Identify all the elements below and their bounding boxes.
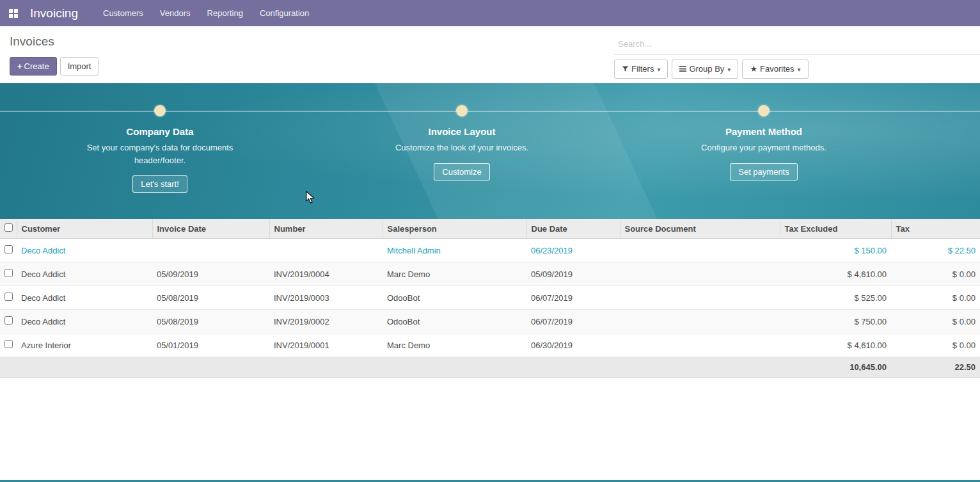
cell-source-document[interactable]: [620, 286, 780, 310]
cell-source-document[interactable]: [620, 333, 780, 357]
cell-due-date[interactable]: 06/07/2019: [526, 310, 620, 333]
cell-number[interactable]: INV/2019/0003: [269, 286, 383, 310]
totals-empty-cell: [0, 357, 17, 378]
column-header-tax-excluded[interactable]: Tax Excluded: [780, 219, 891, 239]
cell-tax[interactable]: $ 0.00: [891, 262, 980, 286]
chevron-down-icon: ▾: [798, 66, 801, 73]
cell-source-document[interactable]: [620, 262, 780, 286]
cell-tax[interactable]: $ 0.00: [891, 310, 980, 333]
column-header-number[interactable]: Number: [269, 219, 383, 239]
page-title: Invoices: [10, 35, 99, 49]
menu-customers[interactable]: Customers: [95, 0, 152, 26]
cell-due-date[interactable]: 06/30/2019: [526, 333, 620, 357]
step-dot-icon: [154, 105, 166, 116]
control-panel: Invoices +Create Import Filters▾ Group B…: [0, 26, 980, 83]
cell-tax-excluded[interactable]: $ 4,610.00: [780, 262, 891, 286]
search-input[interactable]: [614, 36, 980, 55]
column-header-source-document[interactable]: Source Document: [620, 219, 780, 239]
row-checkbox-cell: [0, 262, 17, 286]
cell-customer[interactable]: Deco Addict: [17, 239, 152, 262]
row-checkbox-cell: [0, 310, 17, 333]
customize-button[interactable]: Customize: [434, 163, 489, 181]
onboarding-step-company-data: Company Data Set your company's data for…: [64, 105, 256, 193]
cell-customer[interactable]: Deco Addict: [17, 286, 152, 310]
onboarding-banner: Company Data Set your company's data for…: [0, 83, 980, 219]
cell-customer[interactable]: Azure Interior: [17, 333, 152, 357]
list-totals-row: 10,645.00 22.50: [0, 357, 980, 378]
lets-start-button[interactable]: Let's start!: [132, 175, 187, 193]
cell-salesperson[interactable]: Marc Demo: [383, 333, 526, 357]
cell-tax[interactable]: $ 0.00: [891, 286, 980, 310]
column-header-due-date[interactable]: Due Date: [526, 219, 620, 239]
table-row[interactable]: Deco Addict 05/08/2019 INV/2019/0002 Odo…: [0, 310, 980, 333]
cell-customer[interactable]: Deco Addict: [17, 310, 152, 333]
star-icon: ★: [750, 63, 757, 74]
chevron-down-icon: ▾: [657, 66, 660, 73]
cell-tax[interactable]: $ 0.00: [891, 333, 980, 357]
cell-tax-excluded[interactable]: $ 750.00: [780, 310, 891, 333]
cell-salesperson[interactable]: OdooBot: [383, 286, 526, 310]
cell-number[interactable]: INV/2019/0002: [269, 310, 383, 333]
cell-tax-excluded[interactable]: $ 525.00: [780, 286, 891, 310]
row-checkbox[interactable]: [4, 269, 13, 277]
table-row[interactable]: Deco Addict Mitchell Admin 06/23/2019 $ …: [0, 239, 980, 262]
cell-number[interactable]: INV/2019/0004: [269, 262, 383, 286]
row-checkbox[interactable]: [4, 316, 13, 325]
cell-invoice-date[interactable]: 05/09/2019: [152, 262, 269, 286]
step-title: Payment Method: [668, 126, 860, 137]
cell-customer[interactable]: Deco Addict: [17, 262, 152, 286]
select-all-checkbox-cell: [0, 219, 17, 239]
cell-due-date[interactable]: 06/07/2019: [526, 286, 620, 310]
column-header-salesperson[interactable]: Salesperson: [383, 219, 526, 239]
menu-vendors[interactable]: Vendors: [152, 0, 199, 26]
filters-button[interactable]: Filters▾: [614, 60, 668, 79]
cell-due-date[interactable]: 05/09/2019: [526, 262, 620, 286]
list-header-row: Customer Invoice Date Number Salesperson…: [0, 219, 980, 239]
total-tax-excluded: 10,645.00: [780, 357, 891, 378]
invoice-list: Customer Invoice Date Number Salesperson…: [0, 219, 980, 378]
cell-tax[interactable]: $ 22.50: [891, 239, 980, 262]
cell-tax-excluded[interactable]: $ 150.00: [780, 239, 891, 262]
column-header-tax[interactable]: Tax: [891, 219, 980, 239]
chevron-down-icon: ▾: [727, 66, 731, 73]
cell-invoice-date[interactable]: 05/01/2019: [152, 333, 269, 357]
group-by-button[interactable]: Group By▾: [672, 60, 738, 79]
menu-configuration[interactable]: Configuration: [251, 0, 317, 26]
cell-number[interactable]: INV/2019/0001: [269, 333, 383, 357]
step-dot-icon: [758, 105, 770, 116]
cell-invoice-date[interactable]: [152, 239, 269, 262]
cell-tax-excluded[interactable]: $ 4,610.00: [780, 333, 891, 357]
set-payments-button[interactable]: Set payments: [730, 163, 798, 181]
cell-salesperson[interactable]: OdooBot: [383, 310, 526, 333]
row-checkbox-cell: [0, 286, 17, 310]
cell-salesperson[interactable]: Marc Demo: [383, 262, 526, 286]
cell-salesperson[interactable]: Mitchell Admin: [383, 239, 526, 262]
table-row[interactable]: Azure Interior 05/01/2019 INV/2019/0001 …: [0, 333, 980, 357]
cell-number[interactable]: [269, 239, 383, 262]
favorites-button[interactable]: ★Favorites▾: [742, 60, 808, 79]
step-description: Set your company's data for documents he…: [86, 141, 233, 166]
row-checkbox[interactable]: [4, 340, 13, 348]
cell-source-document[interactable]: [620, 239, 780, 262]
cell-invoice-date[interactable]: 05/08/2019: [152, 286, 269, 310]
column-header-invoice-date[interactable]: Invoice Date: [152, 219, 269, 239]
onboarding-step-invoice-layout: Invoice Layout Customize the look of you…: [366, 105, 558, 181]
total-tax: 22.50: [891, 357, 980, 378]
cell-due-date[interactable]: 06/23/2019: [526, 239, 620, 262]
column-header-customer[interactable]: Customer: [17, 219, 152, 239]
table-row[interactable]: Deco Addict 05/08/2019 INV/2019/0003 Odo…: [0, 286, 980, 310]
table-row[interactable]: Deco Addict 05/09/2019 INV/2019/0004 Mar…: [0, 262, 980, 286]
select-all-checkbox[interactable]: [4, 223, 13, 232]
apps-menu-icon[interactable]: [0, 0, 26, 26]
import-button[interactable]: Import: [60, 57, 99, 76]
step-description: Configure your payment methods.: [690, 141, 837, 154]
menu-reporting[interactable]: Reporting: [199, 0, 251, 26]
create-button[interactable]: +Create: [10, 57, 57, 76]
row-checkbox[interactable]: [4, 245, 13, 253]
cell-source-document[interactable]: [620, 310, 780, 333]
app-title[interactable]: Invoicing: [30, 6, 78, 20]
onboarding-step-payment-method: Payment Method Configure your payment me…: [668, 105, 860, 181]
step-title: Invoice Layout: [366, 126, 558, 137]
row-checkbox[interactable]: [4, 293, 13, 301]
cell-invoice-date[interactable]: 05/08/2019: [152, 310, 269, 333]
